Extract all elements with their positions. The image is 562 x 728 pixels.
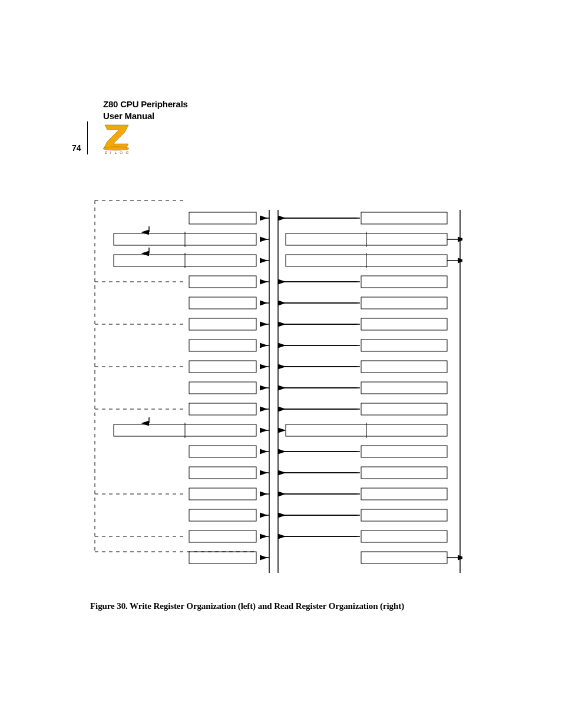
svg-rect-111 (361, 531, 447, 542)
svg-rect-50 (189, 552, 256, 564)
svg-rect-6 (189, 212, 256, 224)
svg-rect-66 (361, 297, 447, 309)
svg-rect-42 (189, 488, 256, 500)
svg-rect-70 (361, 318, 447, 330)
svg-rect-78 (361, 361, 447, 373)
svg-rect-24 (189, 340, 256, 351)
svg-rect-62 (361, 276, 447, 288)
svg-rect-47 (189, 531, 256, 542)
svg-rect-29 (189, 382, 256, 394)
figure-caption: Figure 30. Write Register Organization (… (90, 601, 404, 611)
svg-rect-19 (189, 297, 256, 309)
svg-rect-95 (361, 446, 447, 457)
svg-rect-99 (361, 467, 447, 479)
svg-rect-86 (361, 403, 447, 415)
doc-title-line2: User Manual (103, 110, 188, 122)
svg-rect-115 (361, 552, 447, 564)
svg-rect-21 (189, 318, 256, 330)
svg-rect-52 (361, 212, 447, 224)
svg-rect-74 (361, 340, 447, 351)
header-rule (87, 121, 88, 154)
register-diagram (85, 198, 462, 575)
page: Z80 CPU Peripherals User Manual 74 Z I L… (0, 0, 562, 728)
doc-title: Z80 CPU Peripherals User Manual (103, 98, 188, 121)
page-number: 74 (72, 143, 81, 153)
svg-rect-82 (361, 382, 447, 394)
zilog-logo-icon: Z I L O G (100, 121, 134, 154)
svg-rect-45 (189, 509, 256, 521)
svg-point-0 (103, 147, 129, 150)
svg-rect-26 (189, 361, 256, 373)
svg-rect-31 (189, 403, 256, 415)
doc-title-line1: Z80 CPU Peripherals (103, 98, 188, 110)
svg-rect-38 (189, 446, 256, 457)
svg-rect-107 (361, 509, 447, 521)
svg-rect-40 (189, 467, 256, 479)
svg-rect-103 (361, 488, 447, 500)
logo-text: Z I L O G (105, 151, 130, 154)
svg-rect-16 (189, 276, 256, 288)
